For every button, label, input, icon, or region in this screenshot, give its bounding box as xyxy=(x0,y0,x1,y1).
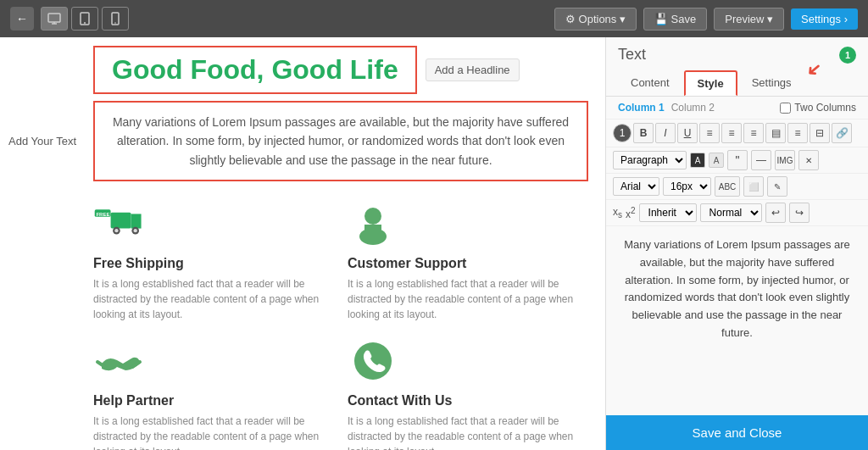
add-headline-button[interactable]: Add a Headline xyxy=(426,58,520,81)
tb-ul-button[interactable]: ≡ xyxy=(699,123,720,143)
editor-toolbar-row1: 1 B I U ≡ ≡ ≡ ▤ ≡ ⊟ 🔗 xyxy=(606,119,868,147)
font-color-button[interactable]: A xyxy=(690,153,705,168)
column1-label[interactable]: Column 1 xyxy=(618,102,665,114)
text-block-content: Many variations of Lorem Ipsum passages … xyxy=(108,113,573,169)
inherit-select[interactable]: Inherit xyxy=(639,203,697,222)
tb-indent-button[interactable]: ⊟ xyxy=(810,123,830,143)
add-your-text-label[interactable]: Add Your Text xyxy=(8,135,76,147)
main-content: Add Your Text Good Food, Good Life Add a… xyxy=(0,37,868,450)
superscript-label: x2 xyxy=(626,206,636,220)
headline-section: Good Food, Good Life Add a Headline xyxy=(17,46,588,94)
panel-header: Text ➜ 1 xyxy=(606,37,868,64)
canvas-area: Add Your Text Good Food, Good Life Add a… xyxy=(0,37,605,450)
tb-hr-button[interactable]: — xyxy=(751,150,771,170)
svg-rect-17 xyxy=(364,225,381,231)
mobile-icon[interactable] xyxy=(102,7,129,31)
preview-button[interactable]: Preview ▾ xyxy=(714,8,784,31)
feature-title-partner: Help Partner xyxy=(93,393,334,408)
svg-marker-10 xyxy=(131,214,142,229)
feature-item-support: Customer Support It is a long establishe… xyxy=(348,198,588,322)
font-select[interactable]: Arial xyxy=(613,177,659,196)
device-icons xyxy=(41,7,129,31)
svg-point-6 xyxy=(114,22,116,24)
highlight-color-button[interactable]: A xyxy=(709,153,724,168)
tb-align-right-button[interactable]: ≡ xyxy=(787,123,808,143)
editor-toolbar-row2: Paragraph A A " — IMG ✕ xyxy=(606,147,868,174)
tb-bold-button[interactable]: B xyxy=(633,123,654,143)
feature-title-support: Customer Support xyxy=(348,256,588,271)
columns-row: Column 1 Column 2 Two Columns xyxy=(606,97,868,119)
right-panel: Text ➜ 1 Content Style Settings Column 1… xyxy=(605,37,868,450)
subscript-label: xs xyxy=(613,206,622,219)
tablet-icon[interactable] xyxy=(71,7,98,31)
panel-title: Text xyxy=(618,46,646,64)
two-columns-label: Two Columns xyxy=(794,102,856,114)
tab-content[interactable]: Content xyxy=(618,70,682,96)
features-grid: FREE Free Shipping It is a long establis… xyxy=(17,198,588,450)
feature-item-contact: Contact With Us It is a long established… xyxy=(348,336,588,450)
options-button[interactable]: ⚙ Options ▾ xyxy=(554,8,637,31)
normal-select[interactable]: Normal xyxy=(700,203,762,222)
svg-point-4 xyxy=(84,22,86,24)
top-bar-right: ⚙ Options ▾ 💾 Save Preview ▾ Settings › xyxy=(554,8,858,31)
feature-desc-support: It is a long established fact that a rea… xyxy=(348,276,588,322)
tb-image-button[interactable]: IMG xyxy=(775,150,795,170)
feature-title-contact: Contact With Us xyxy=(348,393,588,408)
headline-box[interactable]: Good Food, Good Life xyxy=(93,46,417,94)
feature-title-shipping: Free Shipping xyxy=(93,256,334,271)
feature-item-shipping: FREE Free Shipping It is a long establis… xyxy=(93,198,334,322)
save-close-button[interactable]: Save and Close xyxy=(606,415,868,450)
handshake-icon xyxy=(93,336,144,386)
top-bar-left: ← xyxy=(10,7,129,31)
save-button[interactable]: 💾 Save xyxy=(643,8,707,31)
two-columns-check[interactable]: Two Columns xyxy=(780,102,856,114)
svg-point-18 xyxy=(354,342,392,380)
back-button[interactable]: ← xyxy=(10,7,34,31)
truck-icon: FREE xyxy=(93,198,144,249)
desktop-icon[interactable] xyxy=(41,7,68,31)
tb-italic-button[interactable]: I xyxy=(655,123,676,143)
tb-quote-button[interactable]: " xyxy=(727,150,748,170)
tb-underline-button[interactable]: U xyxy=(677,123,698,143)
feature-desc-partner: It is a long established fact that a rea… xyxy=(93,414,334,450)
tb-ol-button[interactable]: ≡ xyxy=(721,123,742,143)
two-columns-checkbox[interactable] xyxy=(780,103,791,114)
settings-button[interactable]: Settings › xyxy=(791,8,858,30)
svg-text:FREE: FREE xyxy=(96,212,109,217)
font-size-select[interactable]: 16px xyxy=(663,177,711,196)
paragraph-select[interactable]: Paragraph xyxy=(613,151,687,169)
headline-text: Good Food, Good Life xyxy=(112,54,398,85)
feature-item-partner: Help Partner It is a long established fa… xyxy=(93,336,334,450)
tb-align-center-button[interactable]: ▤ xyxy=(765,123,786,143)
tab-settings[interactable]: Settings xyxy=(739,70,804,96)
tb-undo-button[interactable]: ↩ xyxy=(765,203,786,223)
svg-point-12 xyxy=(114,229,118,232)
editor-toolbar-row4: xs x2 Inherit Normal ↩ ↪ xyxy=(606,200,868,226)
tb-align-left-button[interactable]: ≡ xyxy=(743,123,764,143)
svg-point-15 xyxy=(364,208,381,225)
panel-tabs: Content Style Settings xyxy=(606,64,868,97)
tb-clear-button[interactable]: ✕ xyxy=(798,150,819,170)
svg-rect-0 xyxy=(48,14,60,22)
tb-redo-button[interactable]: ↪ xyxy=(789,203,810,223)
panel-badge: 1 xyxy=(839,47,856,64)
tb-abc-button[interactable]: ABC xyxy=(715,176,740,197)
tb-media-button[interactable]: ⬜ xyxy=(743,176,764,197)
svg-rect-9 xyxy=(111,213,131,229)
top-bar: ← ⚙ Options ▾ 💾 Save Preview ▾ Settings … xyxy=(0,0,868,37)
tb-code-button[interactable]: ✎ xyxy=(767,176,787,197)
editor-toolbar-row3: Arial 16px ABC ⬜ ✎ xyxy=(606,174,868,200)
column2-label[interactable]: Column 2 xyxy=(671,102,715,114)
feature-desc-shipping: It is a long established fact that a rea… xyxy=(93,276,334,322)
editor-content[interactable]: Many variations of Lorem Ipsum passages … xyxy=(606,226,868,415)
phone-icon xyxy=(348,336,398,386)
svg-point-14 xyxy=(134,229,137,232)
tb-link-button[interactable]: 🔗 xyxy=(832,123,852,143)
feature-desc-contact: It is a long established fact that a rea… xyxy=(348,414,588,450)
text-block-wrapper: Many variations of Lorem Ipsum passages … xyxy=(93,101,588,181)
text-block-box[interactable]: Many variations of Lorem Ipsum passages … xyxy=(93,101,588,181)
tab-style[interactable]: Style xyxy=(684,70,737,96)
support-icon xyxy=(348,198,398,249)
tb-dropcap-button[interactable]: 1 xyxy=(613,124,632,142)
